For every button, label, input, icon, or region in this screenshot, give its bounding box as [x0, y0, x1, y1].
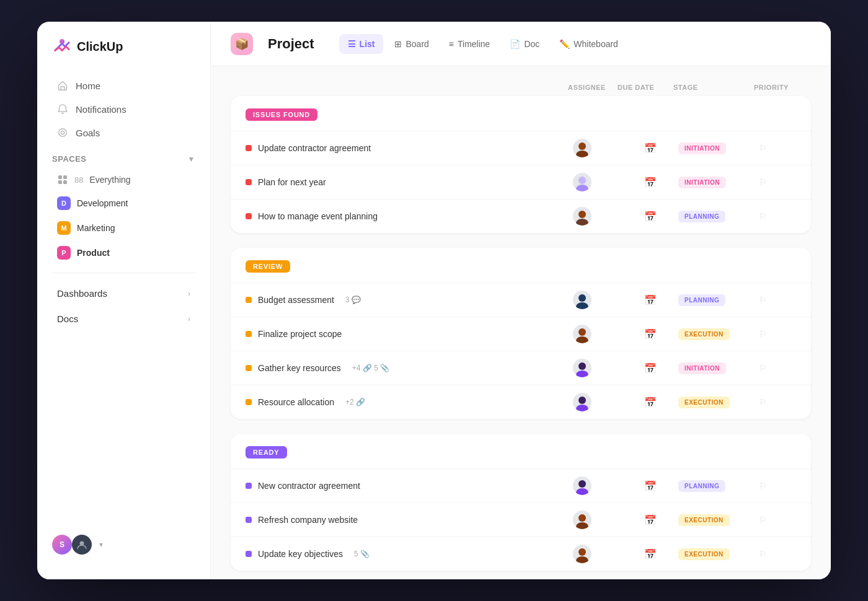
task-name: Gather key resources +4 🔗 5 📎 — [246, 363, 573, 373]
task-name: Refresh company website — [246, 515, 573, 525]
calendar-icon: 📅 — [644, 177, 657, 188]
tab-timeline-label: Timeline — [458, 39, 490, 49]
avatar-s: S — [52, 535, 72, 555]
doc-icon: 📄 — [510, 39, 520, 49]
task-assignee — [573, 207, 591, 226]
calendar-icon: 📅 — [644, 294, 657, 306]
svg-point-14 — [578, 294, 586, 302]
task-name: Resource allocation +2 🔗 — [246, 397, 573, 407]
column-headers: ASSIGNEE DUE DATE STAGE PRIORITY — [231, 84, 811, 96]
task-dot — [246, 517, 252, 523]
table-row[interactable]: Update contractor agreement 📅 INITIATION… — [231, 131, 811, 165]
calendar-icon: 📅 — [644, 143, 657, 154]
logo-text: ClickUp — [77, 40, 123, 54]
spaces-label: Spaces — [52, 154, 87, 164]
flag-icon: ⚐ — [759, 211, 767, 221]
priority-cell: ⚐ — [759, 328, 796, 340]
sidebar-item-product[interactable]: P Product — [42, 240, 205, 265]
task-dot — [246, 331, 252, 337]
stage-cell: EXECUTION — [678, 328, 759, 340]
task-assignee — [573, 291, 591, 309]
tab-doc[interactable]: 📄 Doc — [501, 34, 548, 54]
table-row[interactable]: Finalize project scope 📅 EXECUTION ⚐ — [231, 317, 811, 351]
stage-cell: INITIATION — [678, 176, 759, 188]
sidebar-item-notifications[interactable]: Notifications — [42, 97, 205, 121]
flag-icon: ⚐ — [759, 515, 767, 525]
tab-list[interactable]: ☰ List — [339, 34, 384, 54]
calendar-icon: 📅 — [644, 514, 657, 526]
sidebar-item-development[interactable]: D Development — [42, 191, 205, 216]
table-row[interactable]: Refresh company website 📅 EXECUTION ⚐ — [231, 502, 811, 537]
tab-board[interactable]: ⊞ Board — [386, 34, 437, 54]
spaces-chevron[interactable]: ▼ — [188, 155, 195, 164]
priority-cell: ⚐ — [759, 480, 796, 491]
table-row[interactable]: Budget assessment 3 💬 📅 PLANNING ⚐ — [231, 283, 811, 317]
stage-badge: EXECUTION — [678, 548, 730, 560]
priority-cell: ⚐ — [759, 143, 796, 154]
notifications-icon — [57, 103, 68, 115]
docs-label: Docs — [57, 314, 78, 324]
task-name: Finalize project scope — [246, 329, 573, 339]
table-row[interactable]: How to manage event planning 📅 PLANNING … — [231, 199, 811, 233]
section-issues-header: ISSUES FOUND — [231, 96, 811, 131]
task-name: Update key objectives 5 📎 — [246, 549, 573, 559]
user-chevron: ▾ — [99, 540, 103, 549]
task-dot — [246, 145, 252, 151]
svg-point-18 — [578, 362, 586, 370]
main-area: 📦 Project ☰ List ⊞ Board ≡ Timeline 📄 Do… — [211, 22, 831, 579]
task-dot — [246, 399, 252, 405]
table-row[interactable]: Gather key resources +4 🔗 5 📎 📅 INITIATI… — [231, 351, 811, 385]
tab-list-label: List — [360, 39, 375, 49]
section-review: REVIEW Budget assessment 3 💬 📅 — [231, 248, 811, 419]
task-name: Budget assessment 3 💬 — [246, 295, 573, 305]
flag-icon: ⚐ — [759, 397, 767, 407]
tab-timeline[interactable]: ≡ Timeline — [440, 34, 499, 54]
priority-cell: ⚐ — [759, 362, 796, 374]
spaces-header: Spaces ▼ — [37, 144, 210, 169]
stage-cell: INITIATION — [678, 142, 759, 154]
stage-cell: PLANNING — [678, 294, 759, 306]
due-date-cell: 📅 — [622, 294, 678, 306]
sidebar-section-dashboards[interactable]: Dashboards › — [42, 281, 205, 306]
tab-doc-label: Doc — [524, 39, 539, 49]
due-date-cell: 📅 — [622, 362, 678, 374]
review-badge: REVIEW — [246, 260, 290, 273]
sidebar-item-marketing[interactable]: M Marketing — [42, 216, 205, 240]
tab-whiteboard[interactable]: ✏️ Whiteboard — [551, 34, 627, 54]
svg-rect-3 — [58, 175, 62, 179]
task-dot — [246, 213, 252, 219]
due-date-cell: 📅 — [622, 548, 678, 560]
app-window: ClickUp Home Notifications Goals Space — [37, 22, 831, 579]
everything-icon — [57, 174, 68, 185]
table-row[interactable]: Resource allocation +2 🔗 📅 EXECUTION ⚐ — [231, 385, 811, 419]
priority-cell: ⚐ — [759, 397, 796, 408]
flag-icon: ⚐ — [759, 295, 767, 305]
task-meta: +2 🔗 — [345, 398, 365, 406]
timeline-icon: ≡ — [449, 39, 454, 49]
task-dot — [246, 365, 252, 371]
svg-point-13 — [576, 219, 588, 226]
top-bar: 📦 Project ☰ List ⊞ Board ≡ Timeline 📄 Do… — [211, 22, 831, 66]
sidebar-item-home[interactable]: Home — [42, 74, 205, 97]
sidebar-item-goals[interactable]: Goals — [42, 121, 205, 144]
table-row[interactable]: Plan for next year 📅 INITIATION ⚐ — [231, 165, 811, 199]
sidebar-section-docs[interactable]: Docs › — [42, 306, 205, 331]
stage-cell: PLANNING — [678, 480, 759, 492]
table-row[interactable]: New contractor agreement 📅 PLANNING ⚐ — [231, 468, 811, 502]
svg-point-27 — [576, 556, 588, 563]
calendar-icon: 📅 — [644, 328, 657, 340]
svg-point-16 — [578, 328, 586, 336]
table-row[interactable]: Update key objectives 5 📎 📅 EXECUTION ⚐ — [231, 537, 811, 571]
whiteboard-icon: ✏️ — [559, 39, 570, 49]
priority-cell: ⚐ — [759, 211, 796, 222]
sidebar-item-everything[interactable]: 88 Everything — [42, 169, 205, 191]
ready-badge: READY — [246, 446, 287, 458]
priority-cell: ⚐ — [759, 294, 796, 305]
task-meta: 3 💬 — [345, 296, 361, 304]
goals-label: Goals — [76, 128, 100, 138]
svg-point-12 — [578, 211, 586, 218]
stage-badge: INITIATION — [678, 143, 726, 154]
home-icon — [57, 80, 68, 91]
mkt-badge: M — [57, 221, 71, 235]
flag-icon: ⚐ — [759, 481, 767, 491]
